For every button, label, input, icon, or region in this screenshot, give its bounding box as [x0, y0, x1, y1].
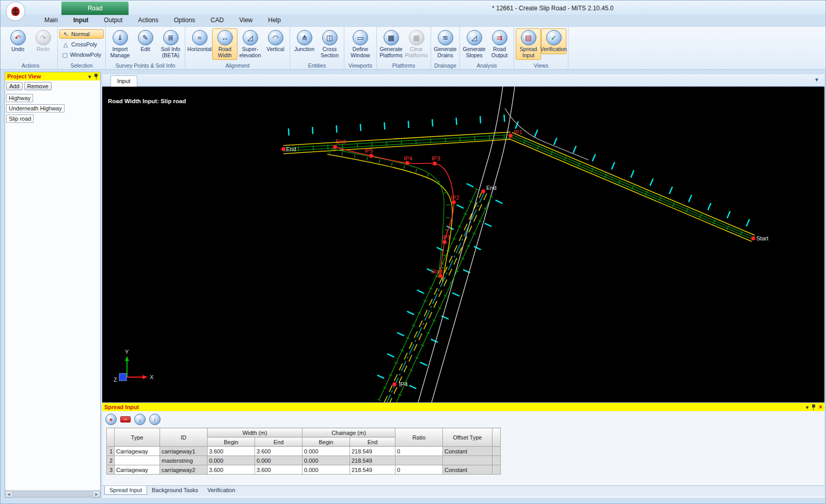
ribbon-group-entities: ⋔ Junction ◫ Cross Section Entities: [290, 27, 344, 69]
cell-chainage-end[interactable]: 218.549: [350, 456, 395, 465]
road-width-icon: ↔: [217, 30, 233, 45]
vertical-button[interactable]: ◠ Vertical: [263, 28, 288, 54]
bottom-tab-background-tasks[interactable]: Background Tasks: [147, 486, 203, 494]
tab-list-dropdown-icon[interactable]: ▼: [814, 77, 819, 83]
cell-chainage-end[interactable]: 218.549: [350, 447, 395, 456]
menu-options[interactable]: Options: [166, 15, 203, 26]
soil-info-button[interactable]: ≣ Soil Info (BETA): [158, 28, 183, 60]
selection-crosspoly-button[interactable]: △ CrossPoly: [59, 40, 104, 49]
subcol-chainage-begin: Begin: [303, 437, 350, 447]
cell-width-begin[interactable]: 0.000: [208, 456, 255, 465]
ribbon-group-label: Survey Points & Soil Info: [106, 62, 185, 69]
menu-actions[interactable]: Actions: [130, 15, 166, 26]
collapse-icon[interactable]: ▾: [88, 74, 91, 79]
import-manage-button[interactable]: ⇓ Import Manage: [107, 28, 133, 60]
scrollbar-thumb[interactable]: [13, 491, 92, 497]
cell-offset-type[interactable]: Constant: [443, 465, 493, 475]
bottom-tab-verification[interactable]: Verification: [203, 486, 240, 494]
cell-offset-type[interactable]: [443, 456, 493, 465]
add-button[interactable]: Add: [6, 82, 23, 90]
generate-platforms-button[interactable]: ▦ Generate Platforms: [378, 28, 404, 60]
menu-help[interactable]: Help: [260, 15, 289, 26]
cell-offset-type[interactable]: Constant: [443, 447, 493, 456]
menu-cad[interactable]: CAD: [203, 15, 231, 26]
add-row-button[interactable]: +: [105, 414, 117, 425]
ribbon-group-survey: ⇓ Import Manage ✎ Edit ≣ Soil Info (BETA…: [106, 27, 185, 69]
cell-chainage-begin[interactable]: 0.000: [303, 465, 350, 475]
redo-button: ↷ Redo: [30, 28, 56, 54]
document-tab-bar: Input ▼: [102, 74, 824, 87]
cell-ratio[interactable]: [395, 456, 443, 465]
delete-row-button[interactable]: −: [120, 416, 131, 422]
cell-chainage-begin[interactable]: 0.000: [303, 456, 350, 465]
scroll-left-icon[interactable]: ◄: [5, 491, 12, 497]
ribbon-context-tab-road[interactable]: Road: [61, 2, 129, 15]
input-tab[interactable]: Input: [110, 75, 137, 87]
col-chainage: Chainage (m): [303, 428, 395, 437]
cross-section-button[interactable]: ◫ Cross Section: [317, 28, 342, 60]
subcol-width-begin: Begin: [208, 437, 255, 447]
cell-type[interactable]: [115, 456, 160, 465]
cell-ratio[interactable]: 0: [395, 447, 443, 456]
cell-id[interactable]: carriageway2: [160, 465, 208, 475]
collapse-icon[interactable]: ▾: [806, 404, 808, 410]
move-up-button[interactable]: ↑: [149, 414, 161, 425]
road-network-drawing[interactable]: End End Start IP4 IP1 End IP5 IP4 IP3 IP…: [102, 87, 824, 402]
cell-chainage-begin[interactable]: 0.000: [303, 447, 350, 456]
window-title: * 12661 - Create Slip Road - MiTS 2.10.4…: [492, 5, 613, 12]
cell-chainage-end[interactable]: 218.549: [350, 465, 395, 475]
pin-icon[interactable]: [94, 74, 98, 79]
col-width: Width (m): [208, 428, 303, 437]
junction-icon: ⋔: [297, 30, 312, 45]
selection-windowpoly-button[interactable]: ▢ WindowPoly: [59, 50, 104, 59]
road-output-button[interactable]: ⇉ Road Output: [487, 28, 512, 60]
ribbon-group-actions: ↶ Undo ↷ Redo Actions: [4, 27, 58, 69]
cell-id[interactable]: masterstring: [160, 456, 208, 465]
remove-button[interactable]: Remove: [24, 82, 52, 90]
close-icon[interactable]: ×: [819, 403, 822, 411]
cad-canvas[interactable]: Road Width Input: Slip road: [102, 87, 824, 402]
ribbon-group-label: Views: [514, 62, 568, 69]
selection-normal-button[interactable]: ↖ Normal: [59, 29, 104, 39]
pin-icon[interactable]: [812, 404, 816, 410]
app-logo[interactable]: [6, 2, 25, 21]
cell-width-end[interactable]: 3.600: [255, 447, 303, 456]
junction-button[interactable]: ⋔ Junction: [292, 28, 317, 54]
menu-input[interactable]: Input: [66, 15, 96, 26]
generate-slopes-button[interactable]: ◿ Generate Slopes: [462, 28, 487, 60]
ip4-bottom-label: IP4: [399, 381, 408, 387]
super-elevation-button[interactable]: ◿ Super-elevation: [237, 28, 263, 60]
cell-width-end[interactable]: 3.600: [255, 465, 303, 475]
cell-type[interactable]: Carriageway: [115, 465, 160, 475]
scroll-right-icon[interactable]: ►: [93, 491, 100, 497]
generate-drains-button[interactable]: ≋ Generate Drains: [433, 28, 458, 60]
menu-view[interactable]: View: [231, 15, 260, 26]
cell-width-begin[interactable]: 3.600: [208, 465, 255, 475]
define-window-button[interactable]: ▭ Define Window: [346, 28, 375, 60]
horizontal-button[interactable]: ≈ Horizontal: [187, 28, 212, 54]
road-width-button[interactable]: ↔ Road Width: [212, 28, 237, 60]
menu-main[interactable]: Main: [37, 15, 66, 26]
project-horizontal-scrollbar[interactable]: ◄ ►: [5, 490, 100, 497]
verification-button[interactable]: ✓ Verification: [541, 28, 566, 54]
project-item-underneath-highway[interactable]: Underneath Highway: [6, 104, 65, 112]
subcol-chainage-end: End: [350, 437, 395, 447]
menu-output[interactable]: Output: [96, 15, 130, 26]
project-view-panel: Project View ▾ Add Remove Highway Undern…: [5, 72, 101, 498]
cell-width-end[interactable]: 0.000: [255, 456, 303, 465]
edit-button[interactable]: ✎ Edit: [133, 28, 158, 54]
cell-id[interactable]: carriageway1: [160, 447, 208, 456]
move-down-button[interactable]: ↓: [134, 414, 146, 425]
spread-input-button[interactable]: ▤ Spread Input: [516, 28, 541, 60]
cell-ratio[interactable]: 0: [395, 465, 443, 475]
ip-points[interactable]: [281, 134, 755, 386]
ladybug-icon: [11, 7, 20, 16]
cell-type[interactable]: Carriageway: [115, 447, 160, 456]
bottom-tab-spread-input[interactable]: Spread Input: [104, 486, 147, 495]
spread-table: Type ID Width (m) Chainage (m) Ratio Off…: [106, 428, 501, 475]
import-manage-icon: ⇓: [113, 30, 128, 45]
project-item-slip-road[interactable]: Slip road: [6, 115, 34, 123]
project-item-highway[interactable]: Highway: [6, 94, 33, 102]
cell-width-begin[interactable]: 3.600: [208, 447, 255, 456]
undo-button[interactable]: ↶ Undo: [5, 28, 30, 54]
